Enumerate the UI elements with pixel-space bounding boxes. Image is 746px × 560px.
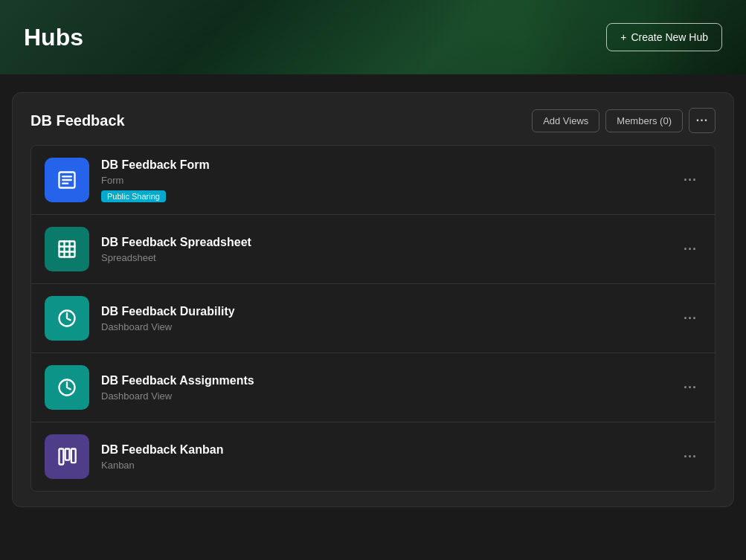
item-name: DB Feedback Kanban <box>101 443 679 457</box>
item-info: DB Feedback Spreadsheet Spreadsheet <box>101 236 679 263</box>
svg-rect-4 <box>60 242 75 257</box>
item-icon-kanban <box>45 434 89 479</box>
main-content: DB Feedback Add Views Members (0) ··· <box>0 74 746 525</box>
item-icon-dashboard <box>45 296 89 341</box>
list-item: DB Feedback Durability Dashboard View ··… <box>31 284 715 353</box>
public-sharing-badge: Public Sharing <box>101 190 166 202</box>
svg-rect-12 <box>65 449 70 460</box>
item-icon-form <box>45 158 89 202</box>
hub-items-list: DB Feedback Form Form Public Sharing ··· <box>30 145 716 492</box>
list-item: DB Feedback Spreadsheet Spreadsheet ··· <box>31 215 715 284</box>
item-more-button[interactable]: ··· <box>679 306 701 331</box>
hub-card: DB Feedback Add Views Members (0) ··· <box>12 92 734 507</box>
members-button[interactable]: Members (0) <box>605 109 683 132</box>
item-info: DB Feedback Durability Dashboard View <box>101 305 679 332</box>
hub-actions: Add Views Members (0) ··· <box>532 108 716 133</box>
list-item: DB Feedback Form Form Public Sharing ··· <box>31 146 715 215</box>
list-item: DB Feedback Kanban Kanban ··· <box>31 422 715 491</box>
item-name: DB Feedback Form <box>101 158 679 172</box>
hub-more-button[interactable]: ··· <box>689 108 716 133</box>
page-header: Hubs + Create New Hub <box>0 0 746 74</box>
item-icon-spreadsheet <box>45 227 89 271</box>
hub-title: DB Feedback <box>30 112 125 129</box>
hub-card-header: DB Feedback Add Views Members (0) ··· <box>30 108 716 133</box>
item-name: DB Feedback Durability <box>101 305 679 318</box>
item-type: Dashboard View <box>101 390 679 402</box>
svg-rect-11 <box>60 449 64 465</box>
more-icon: ··· <box>696 114 708 127</box>
item-type: Form <box>101 175 679 186</box>
plus-icon: + <box>620 31 626 43</box>
create-hub-label: Create New Hub <box>631 31 709 43</box>
add-views-button[interactable]: Add Views <box>532 109 599 132</box>
item-more-button[interactable]: ··· <box>679 445 701 469</box>
item-more-button[interactable]: ··· <box>679 376 701 400</box>
item-name: DB Feedback Assignments <box>101 374 679 387</box>
item-more-button[interactable]: ··· <box>679 168 701 193</box>
item-type: Dashboard View <box>101 321 679 332</box>
create-hub-button[interactable]: + Create New Hub <box>606 23 722 51</box>
list-item: DB Feedback Assignments Dashboard View ·… <box>31 353 715 422</box>
item-more-button[interactable]: ··· <box>679 237 701 262</box>
item-type: Spreadsheet <box>101 252 679 263</box>
item-info: DB Feedback Kanban Kanban <box>101 443 679 471</box>
item-icon-dashboard <box>45 365 89 410</box>
item-info: DB Feedback Assignments Dashboard View <box>101 374 679 402</box>
item-badges: Public Sharing <box>101 190 679 202</box>
item-info: DB Feedback Form Form Public Sharing <box>101 158 679 202</box>
page-title: Hubs <box>24 24 83 51</box>
item-type: Kanban <box>101 460 679 471</box>
svg-rect-13 <box>71 449 76 463</box>
item-name: DB Feedback Spreadsheet <box>101 236 679 249</box>
